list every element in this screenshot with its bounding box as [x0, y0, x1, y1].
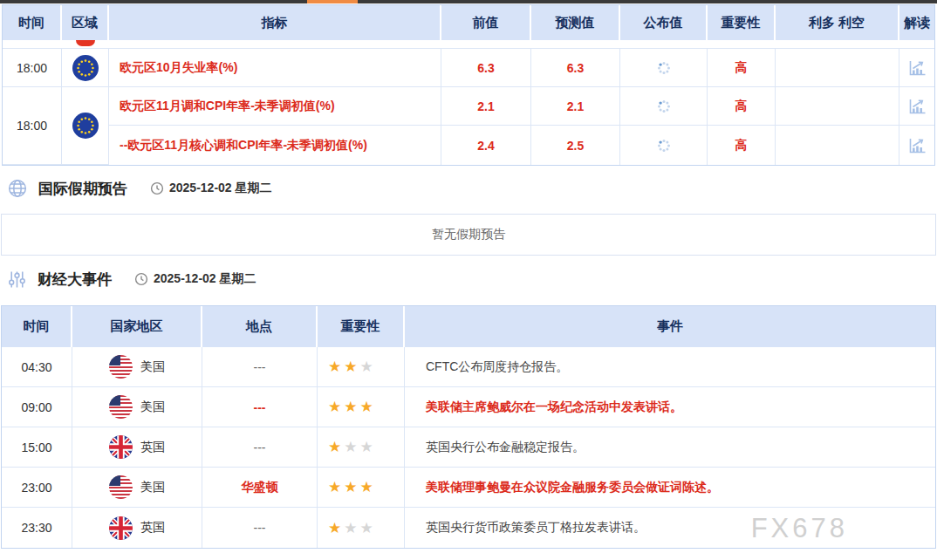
event-location: ---: [202, 427, 318, 468]
country-cell: 英国: [72, 427, 202, 468]
event-text: 美联储主席鲍威尔在一场纪念活动中发表讲话。: [405, 387, 935, 427]
column-header-analysis: 解读: [899, 5, 934, 40]
event-time: 23:30: [2, 508, 72, 548]
analysis-chart-button[interactable]: [899, 126, 934, 165]
star-filled-icon: ★: [328, 440, 341, 454]
holiday-section-title: 国际假期预告: [38, 179, 127, 199]
forecast-value: 6.3: [531, 49, 620, 87]
country-name: 英国: [140, 440, 165, 455]
star-empty-icon: ★: [360, 521, 373, 536]
country-cell: 美国: [72, 468, 202, 508]
previous-value: 2.1: [441, 87, 531, 126]
scrollbar-track: [0, 0, 937, 3]
sliders-icon: [7, 270, 27, 290]
column-header-time: 时间: [3, 5, 62, 40]
country-name: 美国: [140, 359, 165, 375]
clock-icon: [134, 272, 148, 286]
loading-spinner-icon: [657, 139, 671, 153]
globe-icon: [7, 178, 28, 199]
star-empty-icon: ★: [360, 359, 373, 374]
column-header-importance: 重要性: [318, 306, 405, 347]
loading-spinner-icon: [657, 99, 671, 113]
importance-stars: ★★★: [318, 347, 405, 387]
eu-flag-icon: [72, 113, 99, 139]
event-text: 英国央行公布金融稳定报告。: [405, 427, 935, 468]
eco-time: 18:00: [3, 87, 62, 165]
importance-badge: 高: [708, 49, 776, 87]
bias-cell: [776, 49, 899, 87]
uk-flag-icon: [109, 435, 133, 459]
column-header-event: 事件: [405, 306, 935, 347]
actual-value-cell: [620, 49, 708, 87]
star-empty-icon: ★: [344, 440, 357, 454]
actual-value-cell: [620, 87, 708, 126]
column-header-time: 时间: [2, 306, 72, 347]
star-filled-icon: ★: [360, 480, 373, 495]
importance-stars: ★★★: [318, 508, 405, 548]
column-header-previous: 前值: [441, 5, 531, 40]
importance-badge: 高: [708, 126, 776, 165]
holiday-date-text: 2025-12-02 星期二: [169, 181, 272, 196]
events-section-header: 财经大事件 2025-12-02 星期二: [0, 267, 937, 291]
column-header-indicator: 指标: [109, 5, 441, 40]
importance-stars: ★★★: [318, 387, 405, 427]
us-flag-icon: [109, 395, 133, 419]
bias-cell: [776, 126, 899, 165]
importance-badge: 高: [708, 87, 776, 126]
holiday-section-header: 国际假期预告 2025-12-02 星期二: [0, 176, 937, 201]
country-cell: 美国: [72, 347, 202, 387]
previous-value: 6.3: [441, 49, 531, 87]
flag-icon-partial: [76, 40, 95, 46]
importance-stars: ★★★: [318, 427, 405, 468]
country-name: 美国: [140, 400, 165, 415]
country-name: 美国: [140, 480, 165, 495]
importance-stars: ★★★: [318, 468, 405, 508]
column-header-actual: 公布值: [620, 5, 708, 40]
event-time: 09:00: [2, 387, 72, 427]
watermark: FX678: [751, 513, 848, 544]
actual-value-cell: [620, 126, 708, 165]
bar-chart-arrow-icon: [907, 58, 927, 78]
event-location: ---: [202, 387, 318, 427]
forecast-value: 2.5: [531, 126, 620, 165]
column-header-bias: 利多 利空: [776, 5, 899, 40]
column-header-location: 地点: [202, 306, 318, 347]
column-header-region: 区域: [62, 5, 109, 40]
star-filled-icon: ★: [328, 480, 341, 495]
event-location: ---: [202, 347, 318, 387]
column-header-country: 国家地区: [72, 306, 202, 347]
star-filled-icon: ★: [344, 480, 357, 495]
holiday-date: 2025-12-02 星期二: [150, 181, 272, 196]
events-date-text: 2025-12-02 星期二: [154, 271, 256, 287]
analysis-chart-button[interactable]: [899, 87, 934, 126]
indicator-link[interactable]: 欧元区11月调和CPI年率-未季调初值(%): [109, 87, 441, 126]
eco-region-cell: [62, 87, 109, 165]
economic-calendar-table: 时间 区域 指标 前值 预测值 公布值 重要性 利多 利空 解读 18:00 欧…: [2, 4, 935, 166]
events-date: 2025-12-02 星期二: [134, 271, 256, 287]
country-cell: 英国: [72, 508, 202, 548]
bias-cell: [776, 87, 899, 126]
event-text: CFTC公布周度持仓报告。: [405, 347, 935, 387]
indicator-link[interactable]: 欧元区10月失业率(%): [109, 49, 441, 87]
event-location: 华盛顿: [202, 468, 318, 508]
holiday-empty-box: 暂无假期预告: [1, 214, 936, 256]
star-filled-icon: ★: [328, 359, 341, 374]
event-text: 美联储理事鲍曼在众议院金融服务委员会做证词陈述。: [405, 468, 935, 508]
loading-spinner-icon: [657, 61, 671, 75]
country-cell: 美国: [72, 387, 202, 427]
bar-chart-arrow-icon: [907, 136, 927, 155]
column-header-importance: 重要性: [708, 5, 776, 40]
star-filled-icon: ★: [344, 400, 357, 414]
eco-time: 18:00: [3, 49, 62, 87]
analysis-chart-button[interactable]: [899, 49, 934, 87]
event-text: 英国央行货币政策委员丁格拉发表讲话。: [405, 508, 935, 548]
eco-region-cell: [62, 49, 109, 87]
indicator-link[interactable]: --欧元区11月核心调和CPI年率-未季调初值(%): [109, 126, 441, 165]
star-filled-icon: ★: [360, 400, 373, 414]
partial-row: [3, 40, 934, 49]
scrollbar-thumb[interactable]: [307, 0, 358, 3]
fx678-calendar-page: 时间 区域 指标 前值 预测值 公布值 重要性 利多 利空 解读 18:00 欧…: [0, 0, 937, 560]
bar-chart-arrow-icon: [907, 97, 927, 116]
event-location: ---: [202, 508, 318, 548]
event-time: 23:00: [2, 468, 72, 508]
